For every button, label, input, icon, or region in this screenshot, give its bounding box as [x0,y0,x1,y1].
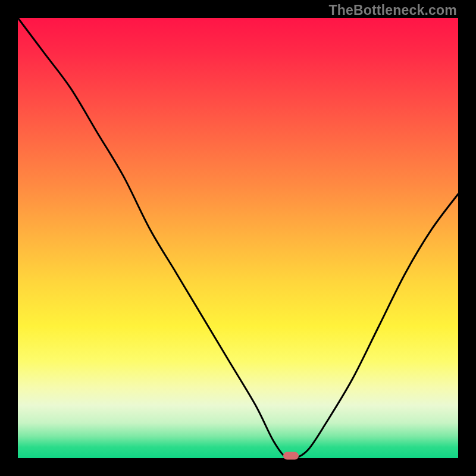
curve-path [18,18,458,460]
watermark-text: TheBottleneck.com [328,2,457,18]
chart-frame: TheBottleneck.com [0,0,476,476]
bottleneck-curve [18,18,458,458]
optimal-marker [283,452,299,460]
plot-area [18,18,458,458]
